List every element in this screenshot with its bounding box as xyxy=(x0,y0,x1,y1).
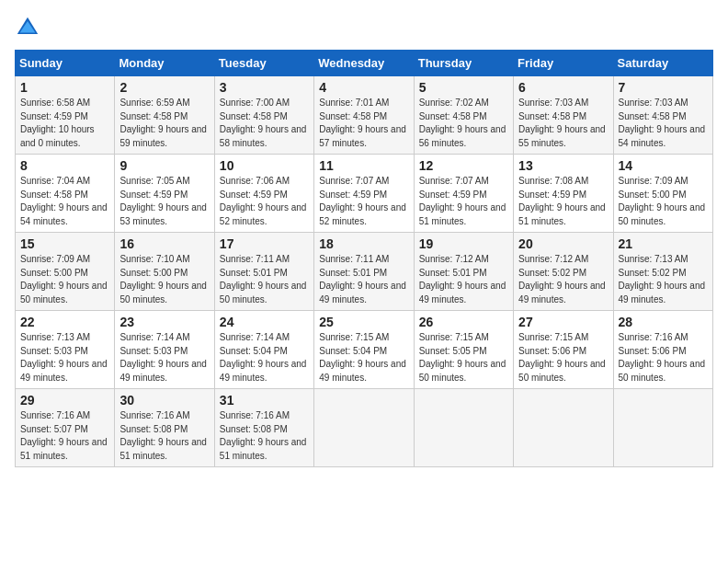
day-info: Sunrise: 7:13 AMSunset: 5:02 PMDaylight:… xyxy=(619,253,708,306)
day-number: 16 xyxy=(119,236,209,251)
calendar-cell xyxy=(314,389,414,467)
day-number: 3 xyxy=(220,80,309,95)
day-number: 26 xyxy=(419,315,508,329)
calendar-cell: 14Sunrise: 7:09 AMSunset: 5:00 PMDayligh… xyxy=(613,155,712,233)
day-number: 12 xyxy=(419,158,508,173)
weekday-row: SundayMondayTuesdayWednesdayThursdayFrid… xyxy=(16,51,713,76)
weekday-header-monday: Monday xyxy=(115,51,214,76)
calendar-cell xyxy=(514,389,613,467)
day-number: 6 xyxy=(518,80,608,95)
day-info: Sunrise: 7:11 AMSunset: 5:01 PMDaylight:… xyxy=(319,253,408,306)
calendar-week-2: 8Sunrise: 7:04 AMSunset: 4:58 PMDaylight… xyxy=(16,155,713,233)
day-number: 30 xyxy=(119,393,209,408)
calendar-cell: 19Sunrise: 7:12 AMSunset: 5:01 PMDayligh… xyxy=(414,233,513,311)
calendar-cell: 1Sunrise: 6:58 AMSunset: 4:59 PMDaylight… xyxy=(16,76,115,155)
day-info: Sunrise: 7:14 AMSunset: 5:03 PMDaylight:… xyxy=(119,331,209,385)
calendar-cell: 23Sunrise: 7:14 AMSunset: 5:03 PMDayligh… xyxy=(115,311,214,389)
day-number: 5 xyxy=(419,80,508,95)
day-number: 4 xyxy=(319,80,408,95)
weekday-header-saturday: Saturday xyxy=(613,51,712,76)
weekday-header-tuesday: Tuesday xyxy=(214,51,313,76)
day-info: Sunrise: 7:12 AMSunset: 5:02 PMDaylight:… xyxy=(518,253,608,306)
day-number: 31 xyxy=(220,393,309,408)
weekday-header-wednesday: Wednesday xyxy=(314,51,414,76)
calendar-cell: 6Sunrise: 7:03 AMSunset: 4:58 PMDaylight… xyxy=(514,76,613,155)
weekday-header-friday: Friday xyxy=(514,51,613,76)
day-info: Sunrise: 7:11 AMSunset: 5:01 PMDaylight:… xyxy=(220,253,309,306)
day-info: Sunrise: 7:04 AMSunset: 4:58 PMDaylight:… xyxy=(20,175,109,228)
logo xyxy=(15,15,44,40)
calendar-header: SundayMondayTuesdayWednesdayThursdayFrid… xyxy=(16,51,713,76)
calendar-cell: 8Sunrise: 7:04 AMSunset: 4:58 PMDaylight… xyxy=(16,155,115,233)
calendar-cell: 27Sunrise: 7:15 AMSunset: 5:06 PMDayligh… xyxy=(514,311,613,389)
day-info: Sunrise: 7:09 AMSunset: 5:00 PMDaylight:… xyxy=(619,175,708,228)
day-info: Sunrise: 7:15 AMSunset: 5:06 PMDaylight:… xyxy=(518,331,608,385)
page-header xyxy=(15,15,713,40)
day-number: 2 xyxy=(119,80,209,95)
calendar-cell: 26Sunrise: 7:15 AMSunset: 5:05 PMDayligh… xyxy=(414,311,513,389)
day-info: Sunrise: 7:05 AMSunset: 4:59 PMDaylight:… xyxy=(119,175,209,228)
day-info: Sunrise: 7:06 AMSunset: 4:59 PMDaylight:… xyxy=(220,175,309,228)
day-number: 24 xyxy=(220,315,309,329)
day-number: 21 xyxy=(619,236,708,251)
calendar-cell: 29Sunrise: 7:16 AMSunset: 5:07 PMDayligh… xyxy=(16,389,115,467)
calendar-week-5: 29Sunrise: 7:16 AMSunset: 5:07 PMDayligh… xyxy=(16,389,713,467)
calendar-cell: 21Sunrise: 7:13 AMSunset: 5:02 PMDayligh… xyxy=(613,233,712,311)
day-number: 23 xyxy=(119,315,209,329)
calendar-cell: 4Sunrise: 7:01 AMSunset: 4:58 PMDaylight… xyxy=(314,76,414,155)
calendar-cell: 2Sunrise: 6:59 AMSunset: 4:58 PMDaylight… xyxy=(115,76,214,155)
calendar-cell: 30Sunrise: 7:16 AMSunset: 5:08 PMDayligh… xyxy=(115,389,214,467)
weekday-header-thursday: Thursday xyxy=(414,51,513,76)
day-info: Sunrise: 6:59 AMSunset: 4:58 PMDaylight:… xyxy=(119,97,209,150)
calendar-cell: 16Sunrise: 7:10 AMSunset: 5:00 PMDayligh… xyxy=(115,233,214,311)
calendar-body: 1Sunrise: 6:58 AMSunset: 4:59 PMDaylight… xyxy=(16,76,713,467)
calendar-cell: 13Sunrise: 7:08 AMSunset: 4:59 PMDayligh… xyxy=(514,155,613,233)
day-info: Sunrise: 6:58 AMSunset: 4:59 PMDaylight:… xyxy=(20,97,109,150)
day-info: Sunrise: 7:08 AMSunset: 4:59 PMDaylight:… xyxy=(518,175,608,228)
day-info: Sunrise: 7:13 AMSunset: 5:03 PMDaylight:… xyxy=(20,331,109,385)
day-number: 14 xyxy=(619,158,708,173)
day-info: Sunrise: 7:07 AMSunset: 4:59 PMDaylight:… xyxy=(419,175,508,228)
day-info: Sunrise: 7:16 AMSunset: 5:07 PMDaylight:… xyxy=(20,409,109,463)
calendar-cell xyxy=(414,389,513,467)
weekday-header-sunday: Sunday xyxy=(16,51,115,76)
day-info: Sunrise: 7:10 AMSunset: 5:00 PMDaylight:… xyxy=(119,253,209,306)
day-number: 8 xyxy=(20,158,109,173)
calendar-cell: 3Sunrise: 7:00 AMSunset: 4:58 PMDaylight… xyxy=(214,76,313,155)
day-number: 1 xyxy=(20,80,109,95)
day-number: 13 xyxy=(518,158,608,173)
calendar-week-3: 15Sunrise: 7:09 AMSunset: 5:00 PMDayligh… xyxy=(16,233,713,311)
day-info: Sunrise: 7:15 AMSunset: 5:05 PMDaylight:… xyxy=(419,331,508,385)
day-info: Sunrise: 7:02 AMSunset: 4:58 PMDaylight:… xyxy=(419,97,508,150)
day-info: Sunrise: 7:09 AMSunset: 5:00 PMDaylight:… xyxy=(20,253,109,306)
day-info: Sunrise: 7:00 AMSunset: 4:58 PMDaylight:… xyxy=(220,97,309,150)
calendar-table: SundayMondayTuesdayWednesdayThursdayFrid… xyxy=(15,50,713,467)
calendar-cell: 24Sunrise: 7:14 AMSunset: 5:04 PMDayligh… xyxy=(214,311,313,389)
day-info: Sunrise: 7:16 AMSunset: 5:08 PMDaylight:… xyxy=(220,409,309,463)
day-number: 27 xyxy=(518,315,608,329)
calendar-week-1: 1Sunrise: 6:58 AMSunset: 4:59 PMDaylight… xyxy=(16,76,713,155)
day-info: Sunrise: 7:12 AMSunset: 5:01 PMDaylight:… xyxy=(419,253,508,306)
calendar-cell xyxy=(613,389,712,467)
logo-icon xyxy=(15,15,40,40)
calendar-cell: 9Sunrise: 7:05 AMSunset: 4:59 PMDaylight… xyxy=(115,155,214,233)
day-number: 19 xyxy=(419,236,508,251)
calendar-cell: 10Sunrise: 7:06 AMSunset: 4:59 PMDayligh… xyxy=(214,155,313,233)
calendar-cell: 5Sunrise: 7:02 AMSunset: 4:58 PMDaylight… xyxy=(414,76,513,155)
day-number: 17 xyxy=(220,236,309,251)
day-number: 25 xyxy=(319,315,408,329)
day-number: 11 xyxy=(319,158,408,173)
calendar-cell: 20Sunrise: 7:12 AMSunset: 5:02 PMDayligh… xyxy=(514,233,613,311)
day-info: Sunrise: 7:03 AMSunset: 4:58 PMDaylight:… xyxy=(619,97,708,150)
day-number: 18 xyxy=(319,236,408,251)
calendar-week-4: 22Sunrise: 7:13 AMSunset: 5:03 PMDayligh… xyxy=(16,311,713,389)
calendar-cell: 25Sunrise: 7:15 AMSunset: 5:04 PMDayligh… xyxy=(314,311,414,389)
day-number: 10 xyxy=(220,158,309,173)
day-info: Sunrise: 7:15 AMSunset: 5:04 PMDaylight:… xyxy=(319,331,408,385)
day-number: 9 xyxy=(119,158,209,173)
day-info: Sunrise: 7:14 AMSunset: 5:04 PMDaylight:… xyxy=(220,331,309,385)
day-number: 15 xyxy=(20,236,109,251)
day-number: 28 xyxy=(619,315,708,329)
day-number: 7 xyxy=(619,80,708,95)
calendar-cell: 12Sunrise: 7:07 AMSunset: 4:59 PMDayligh… xyxy=(414,155,513,233)
